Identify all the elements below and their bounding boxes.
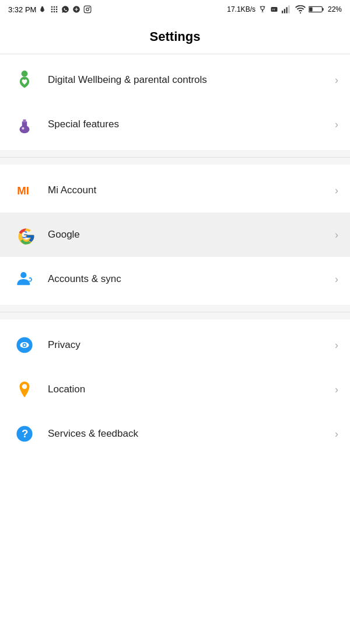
feedback-icon: ? [12,421,37,447]
svg-rect-3 [51,9,52,10]
svg-rect-25 [23,120,26,123]
page-title: Settings [9,29,341,44]
network-speed: 17.1KB/s [227,5,256,13]
svg-rect-16 [286,7,287,13]
privacy-label: Privacy [48,339,330,351]
digital-wellbeing-label: Digital Wellbeing & parental controls [48,74,330,86]
svg-text:?: ? [22,427,28,440]
svg-point-26 [22,127,24,130]
section-1: Digital Wellbeing & parental controls › … [0,54,350,150]
gap-4 [0,312,350,319]
gap-2 [0,158,350,165]
google-icon: G [12,222,37,248]
special-features-label: Special features [48,118,330,131]
svg-rect-9 [85,6,92,13]
gap-3 [0,305,350,312]
svg-rect-14 [282,11,283,13]
location-label: Location [48,383,330,396]
svg-point-11 [89,7,90,8]
section-3: Privacy › Location › ? Services & feedba… [0,319,350,459]
yt-icon: YT [270,6,279,13]
alarm-icon [258,5,267,13]
accounts-icon [12,266,37,292]
svg-rect-15 [284,9,285,13]
status-right-area: 17.1KB/s YT 22% [227,5,342,13]
status-bar: 3:32 PM 17.1KB/s YT 22% [0,0,350,19]
settings-item-privacy[interactable]: Privacy › [0,323,350,367]
accounts-sync-label: Accounts & sync [48,273,330,286]
instagram-icon [83,5,92,13]
services-feedback-chevron: › [335,428,338,440]
google-label: Google [48,228,330,241]
settings-item-digital-wellbeing[interactable]: Digital Wellbeing & parental controls › [0,58,350,102]
privacy-chevron: › [335,339,338,351]
svg-point-18 [300,12,301,13]
special-features-chevron: › [335,119,338,131]
svg-rect-7 [54,11,55,12]
svg-text:YT: YT [272,8,275,11]
whatsapp-icon [61,5,69,13]
status-time: 3:32 PM [8,5,36,14]
plus-icon [72,5,80,13]
accounts-sync-chevron: › [335,273,338,286]
mi-account-label: Mi Account [48,184,330,197]
svg-rect-20 [322,8,323,11]
settings-item-services-feedback[interactable]: ? Services & feedback › [0,412,350,456]
services-feedback-label: Services & feedback [48,427,330,440]
special-features-icon [12,112,37,137]
svg-point-35 [23,344,25,346]
status-time-area: 3:32 PM [8,5,92,14]
svg-point-22 [22,71,28,77]
svg-rect-6 [51,11,52,12]
svg-rect-1 [54,6,55,8]
settings-item-mi-account[interactable]: MI Mi Account › [0,168,350,213]
privacy-icon [12,332,37,358]
svg-rect-2 [56,6,57,8]
settings-item-accounts-sync[interactable]: Accounts & sync › [0,257,350,301]
svg-rect-17 [288,5,289,13]
svg-point-31 [20,272,26,278]
mi-account-icon: MI [12,177,37,203]
snapchat-icon [39,5,47,13]
svg-rect-4 [54,9,55,10]
wifi-icon [295,5,306,13]
battery-percent: 22% [328,5,342,13]
page-title-bar: Settings [0,19,350,54]
svg-rect-0 [51,6,52,8]
svg-point-10 [86,8,89,11]
settings-item-special-features[interactable]: Special features › [0,102,350,147]
svg-rect-8 [56,11,57,12]
svg-rect-5 [56,9,57,10]
gap-1 [0,150,350,157]
svg-rect-21 [309,8,312,12]
svg-text:MI: MI [17,185,29,197]
settings-item-location[interactable]: Location › [0,367,350,412]
location-icon [12,377,37,402]
settings-item-google[interactable]: G Google › [0,213,350,257]
signal-icon [282,5,292,13]
battery-icon [309,5,325,13]
digital-wellbeing-icon [12,67,37,93]
mi-account-chevron: › [335,185,338,197]
digital-wellbeing-chevron: › [335,74,338,86]
location-chevron: › [335,384,338,396]
section-2: MI Mi Account › G [0,165,350,305]
svg-point-36 [22,384,27,389]
google-chevron: › [335,229,338,241]
grid-icon [50,5,58,13]
